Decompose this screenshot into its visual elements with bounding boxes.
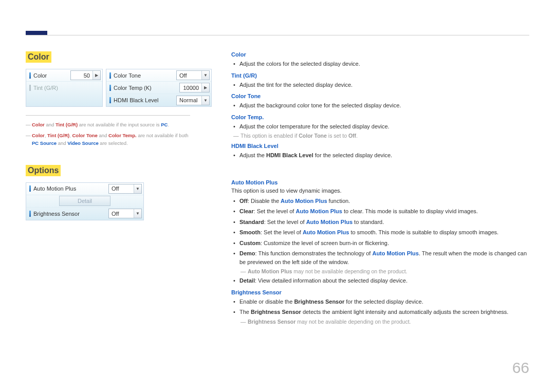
options-panel: Auto Motion Plus Off ▼ Detail Brightness… bbox=[26, 182, 144, 220]
note-colortemp: This option is enabled if Color Tone is … bbox=[233, 133, 529, 139]
color-panels: Color 50 ▶ Tint (G/R) Color Tone bbox=[26, 69, 216, 107]
color-panel-left: Color 50 ▶ Tint (G/R) bbox=[26, 69, 103, 107]
desc-head-color: Color bbox=[231, 51, 529, 58]
note-amp: Auto Motion Plus may not be available de… bbox=[240, 268, 529, 274]
auto-motion-combo[interactable]: Off ▼ bbox=[108, 184, 142, 194]
chevron-down-icon[interactable]: ▼ bbox=[134, 209, 141, 218]
label-tint: Tint (G/R) bbox=[33, 85, 58, 91]
row-tint: Tint (G/R) bbox=[26, 82, 102, 94]
desc-hdmi-bullet: Adjust the HDMI Black Level for the sele… bbox=[239, 151, 529, 160]
footnote-1: Color and Tint (G/R) are not available i… bbox=[26, 121, 190, 128]
color-temp-spinner[interactable]: 10000 ▶ bbox=[179, 83, 210, 92]
header-accent bbox=[26, 31, 47, 35]
row-brightness-sensor: Brightness Sensor Off ▼ bbox=[26, 208, 143, 220]
color-spinner[interactable]: 50 ▶ bbox=[70, 70, 101, 80]
desc-tint-bullet: Adjust the tint for the selected display… bbox=[239, 81, 529, 89]
bs-b1: Enable or disable the Brightness Sensor … bbox=[239, 297, 529, 306]
options-panels: Auto Motion Plus Off ▼ Detail Brightness… bbox=[26, 182, 216, 220]
amp-clear: Clear: Set the level of Auto Motion Plus… bbox=[239, 207, 529, 216]
color-temp-value: 10000 bbox=[180, 85, 201, 91]
amp-demo: Demo: This function demonstrates the tec… bbox=[239, 249, 529, 266]
row-color: Color 50 ▶ bbox=[26, 69, 102, 82]
color-footnotes: Color and Tint (G/R) are not available i… bbox=[26, 115, 190, 147]
amp-off: Off: Disable the Auto Motion Plus functi… bbox=[239, 197, 529, 206]
chevron-down-icon[interactable]: ▼ bbox=[201, 96, 209, 105]
bs-b2: The Brightness Sensor detects the ambien… bbox=[239, 308, 529, 316]
amp-smooth: Smooth: Set the level of Auto Motion Plu… bbox=[239, 228, 529, 237]
page-number: 66 bbox=[512, 359, 529, 377]
desc-color-bullet: Adjust the colors for the selected displ… bbox=[239, 60, 529, 68]
label-brightness-sensor: Brightness Sensor bbox=[33, 211, 80, 217]
row-hdmi-black: HDMI Black Level Normal ▼ bbox=[106, 94, 211, 106]
hdmi-black-value: Normal bbox=[177, 97, 201, 103]
chevron-down-icon[interactable]: ▼ bbox=[134, 184, 141, 193]
label-hdmi-black: HDMI Black Level bbox=[114, 97, 158, 103]
triangle-right-icon[interactable]: ▶ bbox=[92, 71, 100, 80]
label-color-temp: Color Temp (K) bbox=[114, 85, 152, 91]
footnote-2: Color, Tint (G/R), Color Tone and Color … bbox=[26, 132, 190, 147]
desc-colortemp-bullet: Adjust the color temperature for the sel… bbox=[239, 122, 529, 131]
row-color-temp: Color Temp (K) 10000 ▶ bbox=[106, 82, 211, 94]
row-color-tone: Color Tone Off ▼ bbox=[106, 69, 211, 82]
label-auto-motion: Auto Motion Plus bbox=[33, 185, 76, 192]
brightness-sensor-combo[interactable]: Off ▼ bbox=[108, 209, 142, 218]
label-color: Color bbox=[33, 72, 47, 79]
desc-colortone-bullet: Adjust the background color tone for the… bbox=[239, 101, 529, 110]
row-detail: Detail bbox=[26, 195, 143, 208]
desc-head-hdmi: HDMI Black Level bbox=[231, 143, 529, 149]
header-divider bbox=[26, 35, 529, 35]
hdmi-black-combo[interactable]: Normal ▼ bbox=[176, 96, 210, 105]
amp-standard: Standard: Set the level of Auto Motion P… bbox=[239, 218, 529, 227]
detail-button[interactable]: Detail bbox=[59, 196, 110, 206]
color-tone-combo[interactable]: Off ▼ bbox=[176, 70, 210, 80]
color-tone-value: Off bbox=[177, 72, 201, 79]
desc-head-tint: Tint (G/R) bbox=[231, 72, 529, 79]
color-panel-right: Color Tone Off ▼ Color Temp (K) 10000 ▶ bbox=[106, 69, 212, 107]
note-bs: Brightness Sensor may not be available d… bbox=[240, 319, 529, 325]
amp-custom: Custom: Customize the level of screen bu… bbox=[239, 239, 529, 248]
label-color-tone: Color Tone bbox=[114, 72, 141, 79]
desc-head-bs: Brightness Sensor bbox=[231, 289, 529, 295]
desc-head-amp: Auto Motion Plus bbox=[231, 179, 529, 185]
section-heading-options: Options bbox=[26, 165, 61, 176]
section-heading-color: Color bbox=[26, 51, 51, 63]
auto-motion-value: Off bbox=[109, 185, 134, 192]
chevron-down-icon[interactable]: ▼ bbox=[201, 71, 209, 80]
triangle-right-icon[interactable]: ▶ bbox=[201, 83, 209, 92]
row-auto-motion: Auto Motion Plus Off ▼ bbox=[26, 183, 143, 195]
color-value: 50 bbox=[71, 72, 92, 79]
amp-intro: This option is used to view dynamic imag… bbox=[231, 188, 529, 194]
desc-head-colortone: Color Tone bbox=[231, 93, 529, 99]
desc-head-colortemp: Color Temp. bbox=[231, 114, 529, 120]
brightness-sensor-value: Off bbox=[109, 211, 134, 217]
amp-detail: Detail: View detailed information about … bbox=[239, 276, 529, 285]
